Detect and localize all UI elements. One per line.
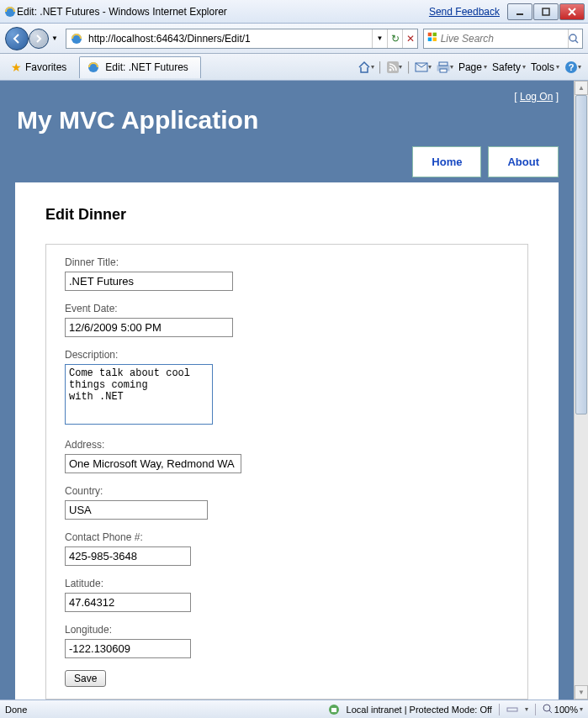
status-text: Done <box>5 705 27 715</box>
feeds-icon[interactable]: ▾ <box>384 58 405 77</box>
label-eventdate: Event Date: <box>65 303 509 314</box>
main-panel: Edit Dinner Dinner Title: Event Date: De… <box>15 182 559 700</box>
scroll-thumb[interactable] <box>575 95 587 414</box>
input-description[interactable]: Come talk about cool things coming with … <box>65 364 213 425</box>
window-titlebar: Edit: .NET Futures - Windows Internet Ex… <box>0 0 588 24</box>
label-country: Country: <box>65 485 509 497</box>
window-controls <box>506 3 585 20</box>
label-longitude: Longitude: <box>65 624 509 636</box>
zone-icon <box>328 704 340 715</box>
save-button[interactable]: Save <box>65 670 106 687</box>
favorites-label: Favorites <box>25 61 66 73</box>
app-title: My MVC Application <box>17 106 559 135</box>
svg-text:?: ? <box>569 62 575 72</box>
input-address[interactable] <box>65 454 241 473</box>
close-button[interactable] <box>559 3 585 20</box>
address-bar: ▼ ↻ ✕ <box>66 29 418 49</box>
svg-point-14 <box>389 68 391 71</box>
security-zone: Local intranet | Protected Mode: Off <box>347 705 492 715</box>
minimize-button[interactable] <box>507 3 532 20</box>
print-icon[interactable]: ▾ <box>435 58 455 77</box>
forward-button[interactable] <box>29 29 49 49</box>
zoom-value: 100% <box>554 705 578 715</box>
page-menu[interactable]: Page▾ <box>457 61 489 73</box>
status-bar: Done Local intranet | Protected Mode: Of… <box>0 700 588 718</box>
label-title: Dinner Title: <box>65 256 509 268</box>
live-search-icon <box>427 32 437 45</box>
svg-point-24 <box>543 705 550 711</box>
scroll-down-button[interactable]: ▼ <box>575 685 588 700</box>
zoom-icon <box>543 704 553 715</box>
progress-icon <box>506 704 518 715</box>
logon-link[interactable]: Log On <box>520 91 553 103</box>
home-icon[interactable]: ▾ <box>356 58 376 77</box>
input-country[interactable] <box>65 500 208 520</box>
search-go-button[interactable] <box>568 29 579 48</box>
label-phone: Contact Phone #: <box>65 531 509 543</box>
label-latitude: Latitude: <box>65 578 509 589</box>
zoom-control[interactable]: 100% ▾ <box>543 704 583 715</box>
maximize-button[interactable] <box>533 3 559 20</box>
ie-icon <box>3 5 17 18</box>
refresh-button[interactable]: ↻ <box>387 29 402 48</box>
menu-about[interactable]: About <box>488 146 559 177</box>
send-feedback-link[interactable]: Send Feedback <box>429 6 500 18</box>
logon-section: [ Log On ] <box>15 91 559 103</box>
label-description: Description: <box>65 349 509 361</box>
main-menu: Home About <box>15 146 559 177</box>
input-longitude[interactable] <box>65 639 191 658</box>
input-title[interactable] <box>65 272 233 291</box>
svg-rect-18 <box>440 69 447 72</box>
svg-line-25 <box>549 710 552 713</box>
window-title: Edit: .NET Futures - Windows Internet Ex… <box>17 6 429 18</box>
history-dropdown[interactable]: ▼ <box>49 30 61 47</box>
svg-point-10 <box>569 34 576 41</box>
back-button[interactable] <box>5 27 29 50</box>
tab-current[interactable]: Edit: .NET Futures <box>79 56 200 78</box>
page-icon <box>70 32 83 45</box>
page-heading: Edit Dinner <box>45 206 528 224</box>
viewport: [ Log On ] My MVC Application Home About… <box>0 81 588 700</box>
tab-page-icon <box>87 61 100 74</box>
svg-rect-23 <box>507 708 517 711</box>
navigation-bar: ▼ ▼ ↻ ✕ <box>0 24 588 54</box>
safety-menu[interactable]: Safety▾ <box>490 61 527 73</box>
stop-button[interactable]: ✕ <box>402 29 417 48</box>
scroll-up-button[interactable]: ▲ <box>575 81 588 95</box>
svg-rect-7 <box>433 32 437 35</box>
svg-rect-16 <box>439 62 448 66</box>
svg-rect-8 <box>428 37 432 40</box>
svg-rect-9 <box>433 37 437 40</box>
input-latitude[interactable] <box>65 593 191 612</box>
mail-icon[interactable]: ▾ <box>413 58 433 77</box>
label-address: Address: <box>65 439 509 451</box>
page-body: [ Log On ] My MVC Application Home About… <box>0 81 574 700</box>
url-input[interactable] <box>87 31 372 46</box>
edit-fieldset: Dinner Title: Event Date: Description: C… <box>45 244 528 700</box>
star-icon: ★ <box>11 61 22 74</box>
vertical-scrollbar[interactable]: ▲ ▼ <box>574 81 588 700</box>
help-icon[interactable]: ?▾ <box>563 58 583 77</box>
menu-home[interactable]: Home <box>412 146 481 177</box>
url-dropdown[interactable]: ▼ <box>372 29 387 48</box>
svg-rect-22 <box>331 708 336 712</box>
input-eventdate[interactable] <box>65 318 233 337</box>
tools-menu[interactable]: Tools▾ <box>529 61 561 73</box>
progress-dropdown[interactable]: ▾ <box>525 705 528 713</box>
svg-line-11 <box>575 40 578 43</box>
tab-label: Edit: .NET Futures <box>105 61 188 73</box>
favorites-button[interactable]: ★ Favorites <box>5 58 72 77</box>
search-input[interactable] <box>441 33 568 45</box>
input-phone[interactable] <box>65 546 191 566</box>
command-bar: ★ Favorites Edit: .NET Futures ▾ │ ▾ │ ▾… <box>0 54 588 81</box>
search-bar <box>423 29 583 49</box>
svg-rect-6 <box>428 32 432 35</box>
svg-rect-2 <box>543 8 549 15</box>
